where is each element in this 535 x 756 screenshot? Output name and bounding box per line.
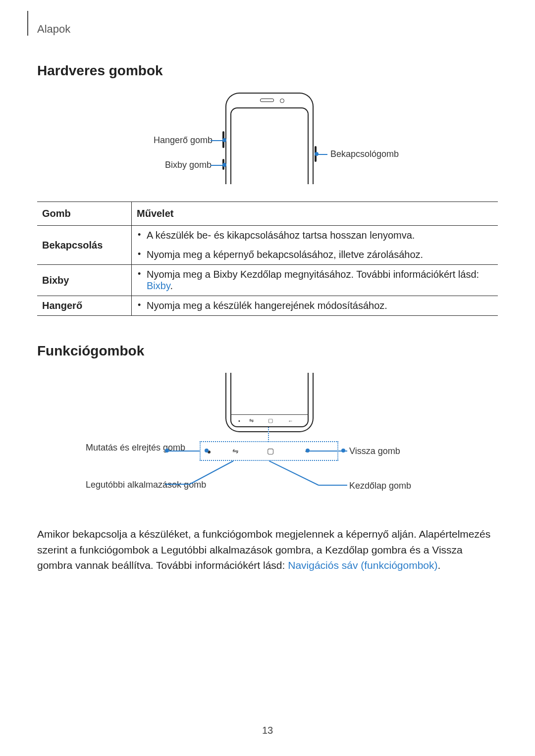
label-show-hide: Mutatás és elrejtés gomb xyxy=(86,442,162,454)
action-bixby-post: . xyxy=(170,280,173,291)
label-recents: Legutóbbi alkalmazások gomb xyxy=(86,479,162,491)
action-power-1: A készülék be- és kikapcsolásához tartsa… xyxy=(132,226,498,246)
phone-bottom-diagram: • ⇋ ▢ ← ⇋ ▢ ← Mutatás és elrejtés gomb L… xyxy=(37,373,498,516)
key-name-power: Bekapcsolás xyxy=(37,226,132,265)
phone-outline xyxy=(225,93,314,184)
section-title-hardware-keys: Hardveres gombok xyxy=(37,63,498,79)
link-bixby[interactable]: Bixby xyxy=(147,280,170,291)
phone-top-diagram: Hangerő gomb Bixby gomb Bekapcsológomb xyxy=(37,93,498,197)
action-bixby: Nyomja meg a Bixby Kezdőlap megnyitásáho… xyxy=(132,265,498,296)
label-volume-key: Hangerő gomb xyxy=(154,135,208,146)
description-paragraph: Amikor bekapcsolja a készüléket, a funkc… xyxy=(37,526,498,573)
label-bixby-key: Bixby gomb xyxy=(165,160,208,170)
label-back: Vissza gomb xyxy=(349,446,400,456)
label-home: Kezdőlap gomb xyxy=(349,481,411,491)
svg-line-2 xyxy=(269,461,319,485)
key-name-bixby: Bixby xyxy=(37,265,132,296)
section-title-soft-keys: Funkciógombok xyxy=(37,343,498,359)
breadcrumb: Alapok xyxy=(37,23,498,36)
connector-recents xyxy=(165,459,234,489)
document-page: Alapok Hardveres gombok Hangerő gomb Bix… xyxy=(0,0,535,756)
table-header-action: Művelet xyxy=(132,202,498,226)
connector-dotted xyxy=(268,427,269,442)
page-number: 13 xyxy=(0,725,535,736)
phone-bottom-outline: • ⇋ ▢ ← xyxy=(225,373,314,437)
connector-home xyxy=(269,459,348,489)
label-power-key: Bekapcsológomb xyxy=(330,149,399,159)
action-bixby-text: Nyomja meg a Bixby Kezdőlap megnyitásáho… xyxy=(147,269,479,280)
svg-line-1 xyxy=(190,461,233,484)
key-name-volume: Hangerő xyxy=(37,296,132,316)
table-header-key: Gomb xyxy=(37,202,132,226)
action-volume: Nyomja meg a készülék hangerejének módos… xyxy=(132,296,498,316)
key-actions-table: Gomb Művelet Bekapcsolás A készülék be- … xyxy=(37,202,498,316)
link-nav-bar[interactable]: Navigációs sáv (funkciógombok) xyxy=(288,559,437,571)
paragraph-post: . xyxy=(438,559,441,571)
action-power-2: Nyomja meg a képernyő bekapcsolásához, i… xyxy=(132,245,498,265)
margin-mark xyxy=(27,11,28,36)
home-icon: ▢ xyxy=(267,447,274,455)
recents-icon: ⇋ xyxy=(232,447,239,455)
